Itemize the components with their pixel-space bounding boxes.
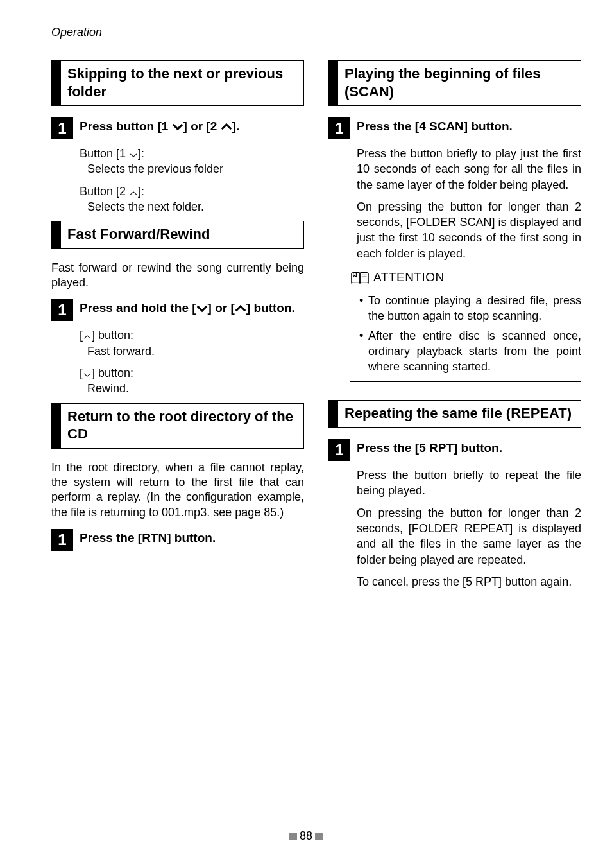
step-instruction: Press button [1 ] or [2 ]. [80, 117, 239, 135]
chevron-up-icon [235, 304, 246, 313]
step-number-badge: 1 [51, 299, 73, 321]
section-intro: Fast forward or rewind the song currentl… [51, 261, 304, 291]
section-heading-root: Return to the root directory of the CD [51, 403, 304, 449]
section-intro: In the root directory, when a file canno… [51, 460, 304, 521]
step-1-rpt: 1 Press the [5 RPT] button. [328, 439, 581, 461]
section-title: Playing the beginning of files (SCAN) [337, 60, 581, 106]
section-title: Skipping to the next or previous folder [60, 60, 304, 106]
section-heading-repeat: Repeating the same file (REPEAT) [328, 400, 581, 428]
book-icon [350, 271, 370, 286]
step-1-ffwd: 1 Press and hold the [] or [] button. [51, 299, 304, 321]
step-1-skip-folder: 1 Press button [1 ] or [2 ]. [51, 117, 304, 139]
step-detail: Press the button briefly to repeat the f… [357, 467, 581, 589]
page-number: 88 [300, 829, 312, 842]
square-bullet-icon [289, 833, 297, 840]
chevron-up-icon [83, 334, 92, 340]
step-detail: [] button:Fast forward. [] button:Rewind… [80, 327, 304, 396]
chevron-down-icon [196, 304, 208, 313]
attention-item: After the entire disc is scanned once, o… [359, 328, 581, 375]
right-column: Playing the beginning of files (SCAN) 1 … [328, 56, 581, 596]
section-heading-skip-folder: Skipping to the next or previous folder [51, 60, 304, 106]
section-title: Fast Forward/Rewind [60, 221, 304, 249]
step-instruction: Press the [RTN] button. [80, 529, 216, 546]
step-instruction: Press the [4 SCAN] button. [357, 117, 513, 135]
step-number-badge: 1 [51, 529, 73, 551]
square-bullet-icon [315, 833, 323, 840]
attention-box: ATTENTION To continue playing a desired … [350, 270, 581, 381]
section-heading-scan: Playing the beginning of files (SCAN) [328, 60, 581, 106]
step-detail: Button [1 ]:Selects the previous folder … [80, 146, 304, 214]
section-title: Repeating the same file (REPEAT) [337, 400, 581, 428]
running-head: Operation [51, 26, 581, 42]
attention-label: ATTENTION [373, 270, 581, 286]
chevron-down-icon [172, 123, 183, 131]
step-1-rtn: 1 Press the [RTN] button. [51, 529, 304, 551]
step-1-scan: 1 Press the [4 SCAN] button. [328, 117, 581, 139]
page-footer: 88 [0, 829, 612, 843]
step-number-badge: 1 [328, 439, 350, 461]
step-number-badge: 1 [51, 117, 73, 139]
chevron-down-icon [129, 152, 138, 159]
step-instruction: Press the [5 RPT] button. [357, 439, 502, 456]
section-heading-ffwd: Fast Forward/Rewind [51, 221, 304, 249]
left-column: Skipping to the next or previous folder … [51, 56, 304, 596]
chevron-down-icon [83, 372, 92, 378]
attention-item: To continue playing a desired file, pres… [359, 293, 581, 324]
step-instruction: Press and hold the [] or [] button. [80, 299, 295, 317]
section-title: Return to the root directory of the CD [60, 403, 304, 449]
chevron-up-icon [129, 190, 138, 196]
step-number-badge: 1 [328, 117, 350, 139]
chevron-up-icon [221, 123, 232, 131]
step-detail: Press the button briefly to play just th… [357, 146, 581, 261]
